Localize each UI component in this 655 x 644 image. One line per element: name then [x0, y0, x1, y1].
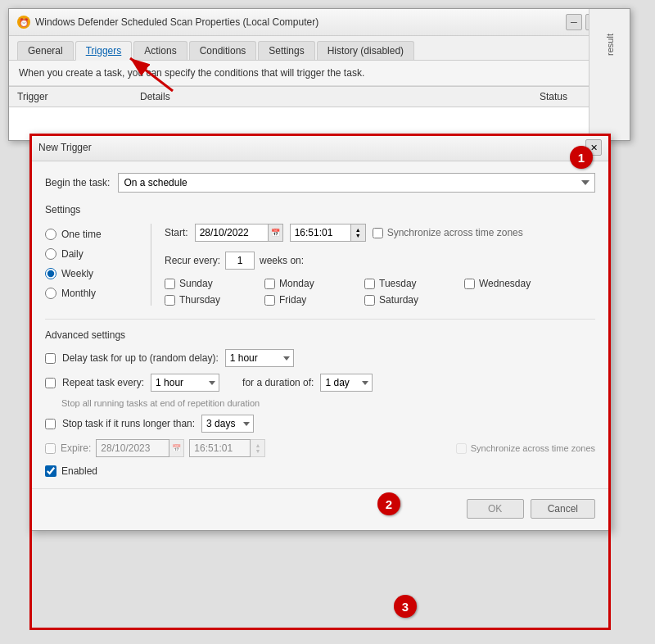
checkbox-tuesday[interactable] [364, 279, 375, 289]
day-thursday[interactable]: Thursday [165, 294, 255, 306]
expire-date-group: 📅 [96, 439, 184, 457]
dialog-close-button[interactable]: ✕ [585, 139, 602, 156]
table-header: Trigger Details Status [9, 86, 630, 107]
advanced-label: Advanced settings [45, 329, 595, 341]
start-row: Start: 📅 ▲ ▼ [165, 224, 595, 242]
time-spinner-button[interactable]: ▲ ▼ [351, 224, 366, 242]
day-sunday[interactable]: Sunday [165, 278, 255, 289]
checkbox-wednesday[interactable] [464, 279, 475, 289]
day-friday[interactable]: Friday [264, 294, 355, 306]
day-monday[interactable]: Monday [264, 278, 355, 289]
duration-select[interactable]: 1 day 1 hour 1 week [320, 374, 373, 392]
info-text: When you create a task, you can specify … [19, 67, 364, 79]
dialog-body: Begin the task: On a schedule At log on … [30, 161, 610, 488]
delay-select[interactable]: 1 hour 30 minutes 2 hours [225, 349, 294, 367]
begin-task-label: Begin the task: [45, 177, 110, 188]
enabled-checkbox[interactable] [45, 465, 56, 477]
col-trigger: Trigger [17, 91, 140, 102]
info-bar: When you create a task, you can specify … [9, 61, 630, 86]
radio-monthly[interactable]: Monthly [45, 288, 139, 299]
sync-timezone-checkbox[interactable] [373, 228, 383, 238]
expire-time-spinner[interactable]: ▲ ▼ [251, 439, 265, 457]
radio-monthly-input[interactable] [45, 288, 56, 299]
checkbox-monday[interactable] [264, 279, 275, 289]
recur-row: Recur every: weeks on: [165, 252, 595, 270]
radio-daily-input[interactable] [45, 248, 56, 260]
minimize-button[interactable]: ─ [566, 14, 582, 30]
checkbox-friday[interactable] [264, 295, 275, 306]
expire-date-picker[interactable]: 📅 [169, 439, 184, 457]
days-row-2: Thursday Friday Saturday [165, 294, 595, 306]
recur-every-input[interactable] [225, 252, 255, 270]
tab-general[interactable]: General [17, 41, 74, 60]
checkbox-saturday[interactable] [364, 295, 375, 306]
tab-triggers[interactable]: Triggers [75, 41, 133, 61]
result-label: result [605, 34, 615, 56]
tab-history[interactable]: History (disabled) [317, 41, 414, 60]
expire-checkbox[interactable] [45, 443, 56, 454]
tab-actions[interactable]: Actions [133, 41, 187, 60]
dialog-title-bar: New Trigger ✕ [30, 134, 610, 161]
checkbox-sunday[interactable] [165, 279, 175, 289]
radio-daily[interactable]: Daily [45, 248, 139, 260]
settings-layout: One time Daily Weekly Monthly [45, 224, 595, 306]
tab-conditions[interactable]: Conditions [189, 41, 257, 60]
repeat-task-row: Repeat task every: 1 hour 15 minutes 30 … [45, 374, 595, 392]
col-details: Details [140, 91, 540, 102]
stop-task-row: Stop task if it runs longer than: 3 days… [45, 415, 595, 433]
days-row-1: Sunday Monday Tuesday [165, 278, 595, 289]
expire-sync-checkbox[interactable] [456, 443, 467, 454]
title-bar: ⏰ Windows Defender Scheduled Scan Proper… [9, 9, 630, 36]
expire-date-input[interactable] [96, 439, 169, 457]
main-window: ⏰ Windows Defender Scheduled Scan Proper… [8, 8, 630, 141]
start-time-input[interactable] [290, 224, 351, 242]
delay-task-row: Delay task for up to (random delay): 1 h… [45, 349, 595, 367]
app-icon: ⏰ [17, 16, 30, 29]
expire-time-input[interactable] [189, 439, 251, 457]
title-bar-left: ⏰ Windows Defender Scheduled Scan Proper… [17, 16, 318, 29]
repeat-select[interactable]: 1 hour 15 minutes 30 minutes [151, 374, 219, 392]
tab-bar: General Triggers Actions Conditions Sett… [9, 36, 630, 61]
time-input-group: ▲ ▼ [290, 224, 366, 242]
start-label: Start: [165, 227, 188, 238]
radio-weekly-input[interactable] [45, 268, 56, 279]
stop-repetition-text: Stop all running tasks at end of repetit… [61, 398, 595, 408]
checkbox-thursday[interactable] [165, 295, 175, 306]
window-title: Windows Defender Scheduled Scan Properti… [35, 16, 318, 28]
stop-longer-checkbox[interactable] [45, 419, 56, 429]
repeat-checkbox[interactable] [45, 378, 56, 388]
sync-checkbox-row: Synchronize across time zones [373, 227, 523, 238]
days-grid: Sunday Monday Tuesday [165, 278, 595, 306]
settings-section-label: Settings [45, 204, 595, 215]
begin-task-select[interactable]: On a schedule At log on At startup On id… [118, 173, 595, 193]
date-input-group: 📅 [195, 224, 283, 242]
stop-longer-select[interactable]: 3 days 1 hour 1 day 1 week [201, 415, 254, 433]
advanced-section: Advanced settings Delay task for up to (… [45, 319, 595, 477]
settings-right: Start: 📅 ▲ ▼ [151, 224, 595, 306]
dialog-title: New Trigger [38, 142, 92, 153]
day-tuesday[interactable]: Tuesday [364, 278, 454, 289]
day-saturday[interactable]: Saturday [364, 294, 454, 306]
radio-one-time[interactable]: One time [45, 229, 139, 240]
tab-settings[interactable]: Settings [258, 41, 314, 60]
dialog-buttons: OK Cancel [30, 488, 610, 530]
radio-column: One time Daily Weekly Monthly [45, 224, 151, 306]
ok-button[interactable]: OK [467, 499, 524, 519]
start-date-input[interactable] [195, 224, 269, 242]
radio-weekly[interactable]: Weekly [45, 268, 139, 279]
new-trigger-dialog: New Trigger ✕ Begin the task: On a sched… [29, 134, 611, 531]
day-wednesday[interactable]: Wednesday [464, 278, 554, 289]
expire-time-group: ▲ ▼ [189, 439, 265, 457]
date-picker-button[interactable]: 📅 [269, 224, 283, 242]
delay-checkbox[interactable] [45, 353, 56, 364]
cancel-button[interactable]: Cancel [531, 499, 595, 519]
radio-one-time-input[interactable] [45, 229, 56, 240]
expire-sync-row: Synchronize across time zones [456, 443, 595, 454]
begin-task-row: Begin the task: On a schedule At log on … [45, 173, 595, 193]
expire-row: Expire: 📅 ▲ ▼ Synchronize a [45, 439, 595, 457]
enabled-row: Enabled [45, 465, 595, 477]
badge-3: 3 [394, 595, 417, 618]
result-sidebar: result [589, 9, 630, 140]
